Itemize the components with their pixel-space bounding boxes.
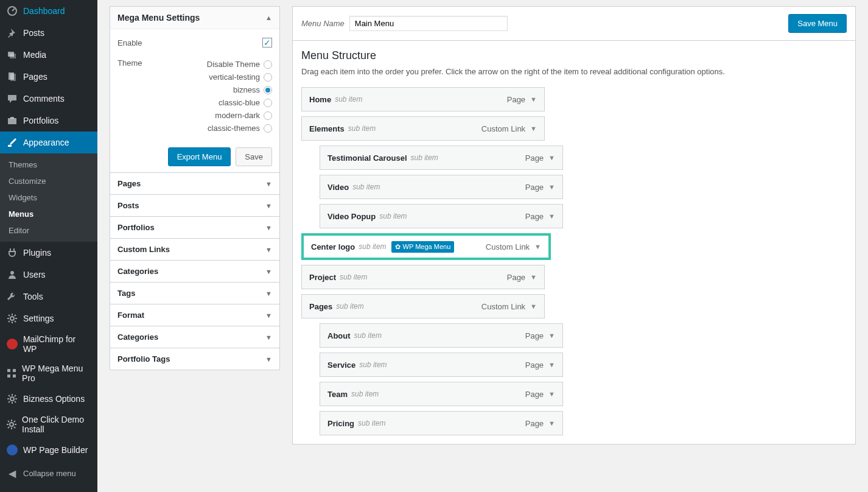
menu-item-pricing[interactable]: Pricingsub itemPage▼ <box>320 411 563 435</box>
menu-item-type: Page <box>525 419 544 428</box>
accordion-categories[interactable]: Categories▼ <box>110 261 279 282</box>
menu-item-center-logo[interactable]: Center logosub item✿WP Mega MenuCustom L… <box>301 233 551 260</box>
export-menu-button[interactable]: Export Menu <box>168 147 231 166</box>
accordion-categories[interactable]: Categories▼ <box>110 326 279 348</box>
collapse-menu-button[interactable]: ◀ Collapse menu <box>0 461 97 485</box>
menu-item-about[interactable]: Aboutsub itemPage▼ <box>320 323 563 348</box>
theme-option-label: classic-themes <box>208 124 260 133</box>
sidebar-item-users[interactable]: Users <box>0 264 97 286</box>
theme-radio-classic-themes[interactable] <box>264 124 272 133</box>
sidebar-item-label: Tools <box>23 292 43 301</box>
sidebar-item-dashboard[interactable]: Dashboard <box>0 0 97 22</box>
menu-item-subtype: sub item <box>358 419 385 427</box>
theme-radio-modern-dark[interactable] <box>264 111 272 120</box>
svg-rect-11 <box>7 369 10 372</box>
chevron-down-icon[interactable]: ▼ <box>530 125 537 132</box>
sidebar-item-portfolios[interactable]: Portfolios <box>0 110 97 132</box>
sidebar-item-plugins[interactable]: Plugins <box>0 242 97 264</box>
comment-icon <box>6 93 18 105</box>
wp-mega-menu-badge[interactable]: ✿WP Mega Menu <box>391 241 455 253</box>
sidebar-item-bizness-options[interactable]: Bizness Options <box>0 388 97 410</box>
menu-item-elements[interactable]: Elementssub itemCustom Link▼ <box>301 116 545 141</box>
sidebar-item-comments[interactable]: Comments <box>0 88 97 110</box>
accordion-label: Categories <box>117 332 158 342</box>
enable-checkbox[interactable]: ✓ <box>262 38 272 47</box>
enable-label: Enable <box>117 38 142 47</box>
svg-rect-3 <box>10 54 16 58</box>
sidebar-item-wp-mega-menu-pro[interactable]: WP Mega Menu Pro <box>0 359 97 388</box>
menu-item-home[interactable]: Homesub itemPage▼ <box>301 87 545 111</box>
sidebar-item-wp-page-builder[interactable]: WP Page Builder <box>0 439 97 461</box>
menu-item-team[interactable]: Teamsub itemPage▼ <box>320 382 563 406</box>
chevron-down-icon[interactable]: ▼ <box>530 96 537 103</box>
svg-point-15 <box>10 397 14 401</box>
menu-item-title: Team <box>327 390 348 399</box>
sidebar-sub-widgets[interactable]: Widgets <box>0 189 97 206</box>
menu-item-project[interactable]: Projectsub itemPage▼ <box>301 265 545 289</box>
theme-radio-classic-blue[interactable] <box>264 99 272 107</box>
caret-down-icon: ▼ <box>265 312 272 319</box>
accordion-format[interactable]: Format▼ <box>110 304 279 326</box>
pin-icon <box>6 27 18 39</box>
accordion-label: Custom Links <box>117 245 170 254</box>
chevron-down-icon[interactable]: ▼ <box>548 390 555 398</box>
sidebar-item-posts[interactable]: Posts <box>0 22 97 44</box>
menu-item-title: About <box>327 331 351 340</box>
sidebar-item-tools[interactable]: Tools <box>0 286 97 308</box>
sidebar-item-appearance[interactable]: Appearance <box>0 132 97 153</box>
menu-item-subtype: sub item <box>354 331 382 340</box>
gear-icon: ✿ <box>395 243 401 251</box>
theme-radio-bizness[interactable] <box>264 86 272 94</box>
menu-item-title: Center logo <box>311 242 355 251</box>
menu-item-type: Custom Link <box>481 124 525 133</box>
accordion-tags[interactable]: Tags▼ <box>110 283 279 304</box>
chevron-down-icon[interactable]: ▼ <box>530 303 537 310</box>
chevron-down-icon[interactable]: ▼ <box>548 332 555 339</box>
sidebar-item-mailchimp-for-wp[interactable]: MailChimp for WP <box>0 329 97 359</box>
save-menu-button[interactable]: Save Menu <box>788 14 847 33</box>
sidebar-sub-customize[interactable]: Customize <box>0 173 97 189</box>
sidebar-item-label: Plugins <box>23 248 51 258</box>
accordion-portfolios[interactable]: Portfolios▼ <box>110 217 279 238</box>
save-settings-button[interactable]: Save <box>236 147 272 166</box>
badge-label: WP Mega Menu <box>403 243 451 250</box>
caret-down-icon: ▼ <box>265 180 272 188</box>
menu-item-pages[interactable]: Pagessub itemCustom Link▼ <box>301 294 545 318</box>
sidebar-sub-editor[interactable]: Editor <box>0 222 97 239</box>
sidebar-item-pages[interactable]: Pages <box>0 66 97 88</box>
chevron-down-icon[interactable]: ▼ <box>548 213 555 220</box>
dashboard-icon <box>6 5 18 17</box>
menu-structure-help: Drag each item into the order you prefer… <box>301 67 847 76</box>
theme-option-label: vertical-testing <box>209 72 260 82</box>
chevron-down-icon[interactable]: ▼ <box>548 183 555 191</box>
caret-down-icon: ▼ <box>265 246 272 253</box>
sidebar-item-label: One Click Demo Install <box>22 415 91 434</box>
menu-name-input[interactable] <box>349 16 508 31</box>
collapse-icon: ◀ <box>6 467 18 479</box>
theme-radio-disable-theme[interactable] <box>264 60 272 69</box>
accordion-label: Categories <box>117 267 158 276</box>
menu-item-testimonial-carousel[interactable]: Testimonial Carouselsub itemPage▼ <box>320 146 563 170</box>
sidebar-item-media[interactable]: Media <box>0 44 97 66</box>
caret-up-icon: ▲ <box>265 14 272 21</box>
chevron-down-icon[interactable]: ▼ <box>530 273 537 281</box>
chevron-down-icon[interactable]: ▼ <box>548 361 555 368</box>
accordion-portfolio-tags[interactable]: Portfolio Tags▼ <box>110 348 279 370</box>
accordion-custom-links[interactable]: Custom Links▼ <box>110 239 279 260</box>
accordion-pages[interactable]: Pages▼ <box>110 173 279 194</box>
sidebar-sub-menus[interactable]: Menus <box>0 206 97 222</box>
menu-item-subtype: sub item <box>336 302 363 311</box>
sidebar-item-label: Portfolios <box>23 116 58 125</box>
theme-radio-vertical-testing[interactable] <box>264 73 272 82</box>
chevron-down-icon[interactable]: ▼ <box>534 243 541 250</box>
menu-item-video-popup[interactable]: Video Popupsub itemPage▼ <box>320 204 563 228</box>
sidebar-item-one-click-demo-install[interactable]: One Click Demo Install <box>0 410 97 439</box>
sidebar-sub-themes[interactable]: Themes <box>0 156 97 173</box>
menu-item-video[interactable]: Videosub itemPage▼ <box>320 175 563 199</box>
mega-menu-settings-header[interactable]: Mega Menu Settings ▲ <box>110 7 279 29</box>
accordion-posts[interactable]: Posts▼ <box>110 195 279 216</box>
chevron-down-icon[interactable]: ▼ <box>548 420 555 427</box>
menu-item-service[interactable]: Servicesub itemPage▼ <box>320 353 563 377</box>
sidebar-item-settings[interactable]: Settings <box>0 308 97 329</box>
chevron-down-icon[interactable]: ▼ <box>548 154 555 161</box>
